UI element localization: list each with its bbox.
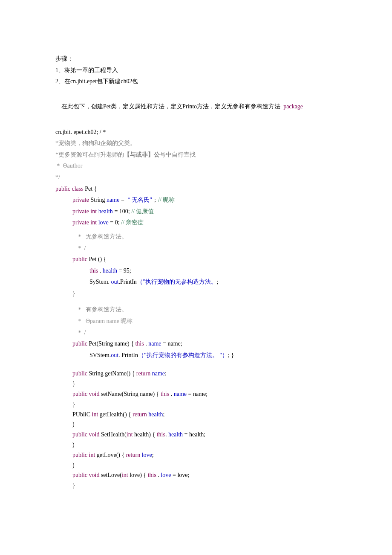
- ctor-noarg-close: }: [55, 288, 337, 299]
- get-health: PUbliC int getHealth() { return health;: [55, 410, 337, 420]
- set-health-close: ): [55, 440, 337, 450]
- document-page: 步骤： 1、将第一章的工程导入 2、在cn.jbit.epet包下新建ch02包…: [0, 0, 392, 516]
- step-3-underline: 在此包下，创建Pet类，定义属性和方法，定义Printo方法，定义无参和有参构造…: [55, 90, 337, 124]
- keyword-package: package: [283, 103, 303, 110]
- comment-pet-class: *宠物类，狗狗和企鹅的父类。: [55, 138, 337, 149]
- set-name: public void setName(String name) { this …: [55, 389, 337, 399]
- field-love: private int love = 0; // 亲密度: [55, 217, 337, 229]
- ctor-noarg-body1: this . health = 95;: [55, 265, 337, 277]
- get-name-close: }: [55, 379, 337, 389]
- get-love: public int getLove() { return love;: [55, 450, 337, 460]
- set-love: public void setLove(int love) { this . l…: [55, 470, 337, 480]
- get-name: public String getName() { return name;: [55, 369, 337, 379]
- class-decl: public class Pet {: [55, 183, 337, 195]
- set-name-close: }: [55, 399, 337, 410]
- ctor-arg-body: SVStem.out. PrintIn（"执行宠物的有参构造方法。 "）; }: [55, 350, 337, 361]
- field-name: private String name = ＂无名氏"；// 昵称: [55, 195, 337, 206]
- comment-noarg: ＊ 无参构造方法。: [55, 231, 337, 243]
- ctor-arg: public Pet(String name) { this . name = …: [55, 338, 337, 350]
- step-1: 1、将第一章的工程导入: [55, 65, 337, 76]
- set-health: public void SetHealth(int health) { this…: [55, 430, 337, 440]
- field-health: private int health = 100; // 健康值: [55, 206, 337, 218]
- comment-close: */: [55, 172, 337, 183]
- get-love-close: ): [55, 460, 337, 471]
- comment-author: ＊ Θauthor: [55, 160, 337, 172]
- ctor-noarg: public Pet () {: [55, 254, 337, 265]
- comment-noarg-close: ＊ /: [55, 243, 337, 254]
- comment-arg-close: ＊ /: [55, 327, 337, 339]
- comment-resource: *更多资源可在阿升老师的【与或非】公号中自行查找: [55, 149, 337, 161]
- step-2: 2、在cn.jbit.epet包下新建ch02包: [55, 76, 337, 87]
- ctor-noarg-body2: SyStem. out.PrintIn（"执行宠物的无参构造方法。;: [55, 276, 337, 288]
- instruction-text: 在此包下，创建Pet类，定义属性和方法，定义Printo方法，定义无参和有参构造…: [61, 103, 283, 110]
- comment-arg: ＊ 有参构造方法。: [55, 304, 337, 316]
- get-health-close: ): [55, 419, 337, 430]
- step-header: 步骤：: [55, 53, 337, 65]
- set-love-close: }: [55, 480, 337, 491]
- package-line: cn.jbit. epet.ch02; /＊: [55, 127, 337, 138]
- comment-arg-param: ＊ Θparam name 昵称: [55, 316, 337, 327]
